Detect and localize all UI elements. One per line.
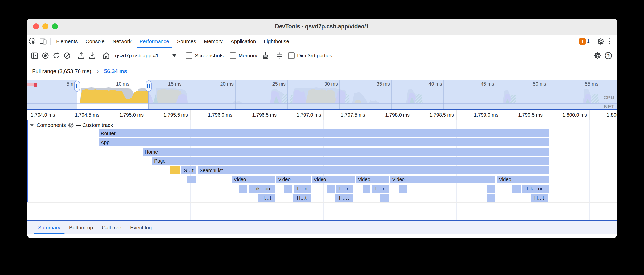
- checkbox-icon: [186, 52, 192, 59]
- flame-bar-h-t[interactable]: H…t: [531, 194, 548, 202]
- error-badge[interactable]: !: [579, 38, 586, 45]
- tab-network[interactable]: Network: [109, 34, 136, 48]
- flame-bar[interactable]: [187, 176, 196, 184]
- flame-bar[interactable]: [364, 185, 370, 192]
- tab-memory[interactable]: Memory: [200, 34, 227, 48]
- overview-tick-label: 50 ms: [509, 81, 546, 87]
- flame-bar-h-t[interactable]: H…t: [292, 194, 311, 202]
- selection-handle-right[interactable]: [146, 81, 152, 92]
- more-options-button[interactable]: [606, 38, 614, 44]
- time-ruler: 1,794.0 ms1,794.5 ms1,795.0 ms1,795.5 ms…: [27, 110, 617, 120]
- flame-bar-l-n[interactable]: L…n: [294, 185, 311, 192]
- memory-checkbox[interactable]: Memory: [230, 52, 257, 59]
- capture-settings-button[interactable]: [592, 50, 603, 61]
- flame-bar-home[interactable]: Home: [143, 148, 549, 156]
- flame-bar-s-t[interactable]: S…t: [181, 166, 196, 174]
- details-pane: SummaryBottom-upCall treeEvent log: [27, 221, 617, 238]
- tab-elements[interactable]: Elements: [52, 34, 82, 48]
- flame-bar-app[interactable]: App: [99, 138, 549, 146]
- overview-gridline: [339, 80, 340, 109]
- breadcrumb-selected-range[interactable]: 56.34 ms: [104, 68, 127, 74]
- settings-button[interactable]: [595, 36, 606, 47]
- ruler-tick-label: 1,800.5 ms: [587, 112, 617, 118]
- record-icon: [42, 52, 50, 60]
- breadcrumb-full-range[interactable]: Full range (3,653.76 ms): [32, 68, 91, 74]
- target-selector[interactable]: qsvd7p.csb.app #1: [112, 52, 180, 58]
- details-tabs: SummaryBottom-upCall treeEvent log: [27, 221, 617, 234]
- flame-bar-video[interactable]: Video: [497, 176, 549, 184]
- ruler-tick-label: 1,794.5 ms: [55, 112, 99, 118]
- track-focus-accent: [27, 120, 28, 202]
- flame-bar[interactable]: [380, 194, 389, 202]
- dim-3rd-parties-checkbox[interactable]: Dim 3rd parties: [288, 52, 332, 59]
- screenshots-label: Screenshots: [195, 52, 224, 58]
- tab-console[interactable]: Console: [82, 34, 109, 48]
- flame-bar-video[interactable]: Video: [390, 176, 495, 184]
- ruler-tick-label: 1,796.0 ms: [188, 112, 232, 118]
- net-lane-separator: [27, 104, 617, 104]
- collect-garbage-button[interactable]: [260, 50, 271, 61]
- timeline-overview[interactable]: 5 ms10 ms15 ms20 ms25 ms30 ms35 ms40 ms4…: [27, 80, 617, 109]
- flame-bar-searchlist[interactable]: SearchList: [198, 166, 549, 174]
- load-profile-button[interactable]: [76, 50, 87, 61]
- flame-bar-video[interactable]: Video: [232, 176, 275, 184]
- details-tab-summary[interactable]: Summary: [34, 221, 65, 234]
- flame-bar[interactable]: [284, 185, 292, 192]
- flame-bar[interactable]: [399, 185, 407, 192]
- flame-bar-l-n[interactable]: L…n: [372, 185, 389, 192]
- flame-bar-lik-on[interactable]: Lik…on: [249, 185, 275, 192]
- overview-tick-label: 35 ms: [353, 81, 390, 87]
- track-header[interactable]: Components — Custom track: [30, 122, 113, 128]
- tab-application[interactable]: Application: [227, 34, 260, 48]
- inspect-element-button[interactable]: [27, 36, 38, 47]
- flame-bar-video[interactable]: Video: [356, 176, 389, 184]
- flame-bar[interactable]: [327, 185, 335, 192]
- network-request-red-marker: [34, 83, 36, 87]
- flame-chart[interactable]: Components — Custom track RouterAppHomeP…: [27, 120, 617, 220]
- tab-performance[interactable]: Performance: [136, 34, 173, 48]
- flame-bar[interactable]: [512, 185, 520, 192]
- flame-bar-lik-on[interactable]: Lik…on: [522, 185, 549, 192]
- overview-tick-label: 5 ms: [40, 81, 77, 87]
- flame-bar-video[interactable]: Video: [276, 176, 311, 184]
- record-and-reload-button[interactable]: [51, 50, 62, 61]
- record-button[interactable]: [40, 50, 51, 61]
- flame-bar[interactable]: [487, 185, 495, 192]
- flame-bar-l-n[interactable]: L…n: [336, 185, 352, 192]
- flame-bar[interactable]: [170, 166, 180, 174]
- flame-bar-h-t[interactable]: H…t: [258, 194, 275, 202]
- overview-tick-label: 25 ms: [249, 81, 286, 87]
- tab-sources[interactable]: Sources: [173, 34, 200, 48]
- ruler-tick-label: 1,798.0 ms: [365, 112, 410, 118]
- svg-text:?: ?: [607, 53, 610, 58]
- screenshots-checkbox[interactable]: Screenshots: [186, 52, 224, 59]
- shrink-tracks-button[interactable]: [274, 50, 285, 61]
- ruler-tick-label: 1,800.0 ms: [542, 112, 587, 118]
- track-bottom-border: [27, 202, 617, 203]
- track-suffix: — Custom track: [76, 122, 113, 128]
- flame-bar[interactable]: [487, 194, 495, 202]
- flame-bar-h-t[interactable]: H…t: [335, 194, 353, 202]
- selection-handle-left[interactable]: [74, 81, 80, 92]
- home-button[interactable]: [101, 50, 112, 61]
- details-tab-event-log[interactable]: Event log: [126, 221, 156, 234]
- overview-tick-label: 45 ms: [457, 81, 494, 87]
- details-tab-bottom-up[interactable]: Bottom-up: [65, 221, 98, 234]
- ruler-tick-label: 1,798.5 ms: [410, 112, 454, 118]
- clear-button[interactable]: [62, 50, 72, 61]
- network-request-bar: [27, 83, 34, 86]
- overview-gridline: [444, 80, 444, 109]
- help-button[interactable]: ?: [603, 50, 614, 61]
- flame-bar-router[interactable]: Router: [99, 129, 549, 137]
- flame-gridline: [58, 120, 58, 220]
- flame-bar[interactable]: [239, 185, 247, 192]
- tab-lighthouse[interactable]: Lighthouse: [260, 34, 293, 48]
- upload-icon: [78, 52, 85, 60]
- chevron-down-icon: [172, 54, 176, 57]
- toggle-device-toolbar-button[interactable]: [38, 36, 49, 47]
- save-profile-button[interactable]: [87, 50, 98, 61]
- toggle-sidebar-button[interactable]: [29, 50, 40, 61]
- flame-bar-page[interactable]: Page: [152, 157, 549, 165]
- details-tab-call-tree[interactable]: Call tree: [98, 221, 126, 234]
- flame-bar-video[interactable]: Video: [312, 176, 355, 184]
